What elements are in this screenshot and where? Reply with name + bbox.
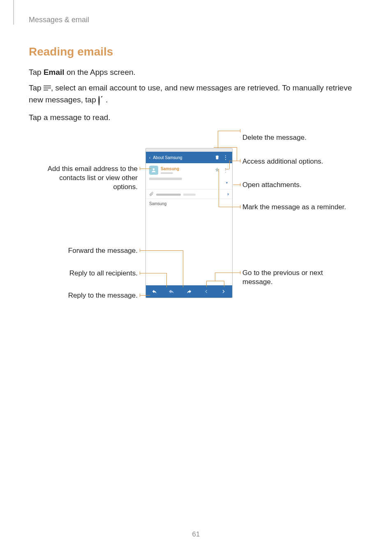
leader	[219, 207, 241, 207]
leader	[206, 281, 224, 281]
attachment-row[interactable]: ›	[146, 189, 232, 199]
callout-reply-all: Reply to all recipients.	[62, 269, 138, 278]
leader	[140, 294, 140, 297]
leader	[218, 131, 218, 148]
callout-add-contact: Add this email address to the contacts l…	[41, 164, 138, 192]
leader	[140, 167, 140, 170]
leader	[225, 169, 229, 169]
text: on the Apps screen.	[65, 68, 136, 76]
annotated-screenshot: ‹ About Samsung ⋮ Samsung ⋮ ˅	[29, 131, 353, 303]
leader	[219, 169, 219, 207]
leader	[229, 161, 237, 161]
phone-mock: ‹ About Samsung ⋮ Samsung ⋮ ˅	[145, 148, 233, 298]
text: Tap	[29, 83, 44, 92]
leader	[140, 169, 151, 169]
leader	[240, 205, 240, 208]
leader	[240, 129, 240, 132]
leader	[229, 161, 230, 169]
menu-icon	[44, 84, 51, 91]
refresh-icon	[98, 95, 106, 102]
leader	[214, 147, 237, 148]
paperclip-icon	[149, 192, 154, 197]
prev-button[interactable]	[198, 285, 215, 298]
leader	[224, 281, 224, 287]
trash-icon[interactable]	[214, 155, 220, 161]
leader	[240, 159, 240, 162]
section-heading: Reading emails	[29, 45, 113, 58]
text: , select an email account to use, and ne…	[29, 83, 352, 104]
leader	[140, 271, 140, 275]
email-action-bar[interactable]: ‹ About Samsung ⋮	[146, 152, 232, 163]
email-title: About Samsung	[153, 155, 212, 160]
svg-point-0	[153, 168, 155, 170]
callout-navigation: Go to the previous or next message.	[242, 268, 349, 287]
leader	[140, 250, 183, 251]
paragraph-3: Tap a message to read.	[29, 112, 111, 124]
leader	[240, 183, 240, 186]
leader	[166, 273, 167, 287]
sender-row[interactable]: Samsung ⋮	[146, 163, 232, 176]
sender-name: Samsung	[161, 166, 212, 171]
leader	[240, 271, 240, 274]
page-number: 61	[0, 530, 392, 539]
status-bar	[146, 148, 232, 152]
leader	[140, 249, 140, 252]
leader	[206, 281, 207, 287]
callout-reminder: Mark the message as a reminder.	[242, 203, 346, 212]
callout-delete: Delete the message.	[242, 133, 307, 142]
expand-details-icon[interactable]: ˅	[146, 182, 232, 189]
email-footer-bar	[146, 285, 232, 298]
back-icon[interactable]: ‹	[149, 155, 150, 160]
text: Tap	[29, 68, 44, 76]
leader	[215, 273, 241, 273]
subject-row	[146, 178, 232, 182]
overflow-menu-icon[interactable]: ⋮	[222, 156, 229, 159]
callout-forward: Forward the message.	[62, 246, 138, 255]
leader	[218, 131, 240, 131]
sender-avatar[interactable]	[149, 166, 158, 175]
paragraph-1: Tap Email on the Apps screen.	[29, 67, 136, 79]
reply-all-button[interactable]	[163, 285, 180, 298]
leader	[183, 250, 183, 287]
margin-rule	[13, 0, 14, 25]
leader	[140, 273, 166, 273]
attachment-chevron[interactable]: ›	[227, 191, 229, 197]
leader	[240, 137, 240, 137]
callout-options: Access additional options.	[242, 157, 323, 166]
leader	[237, 147, 237, 161]
email-bold: Email	[44, 68, 65, 76]
sender-text: Samsung	[161, 166, 212, 174]
callout-reply: Reply to the message.	[62, 291, 138, 300]
leader	[215, 273, 215, 281]
leader	[140, 295, 150, 296]
paragraph-2: Tap , select an email account to use, an…	[29, 82, 366, 106]
callout-attachments: Open attachments.	[242, 180, 302, 190]
text: .	[106, 95, 108, 104]
reply-button[interactable]	[146, 285, 163, 298]
next-button[interactable]	[215, 285, 232, 298]
breadcrumb: Messages & email	[29, 16, 89, 24]
